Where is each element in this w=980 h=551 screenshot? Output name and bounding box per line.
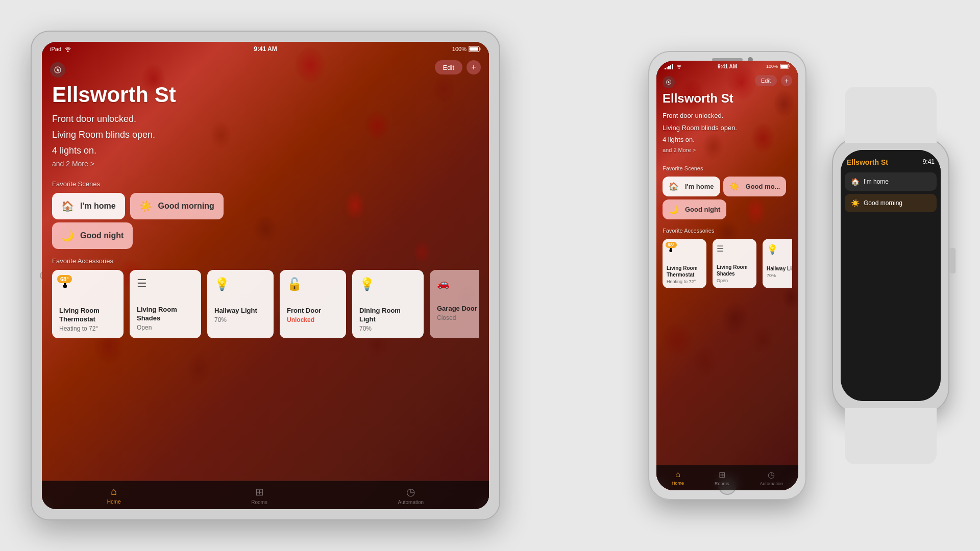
iphone-more-link[interactable]: and 2 More > bbox=[663, 147, 792, 153]
acc-front-door-icon: 🔓 bbox=[287, 277, 339, 291]
wifi-icon bbox=[64, 46, 71, 52]
acc-thermostat-badge: 68° bbox=[57, 275, 72, 283]
signal-bar-4 bbox=[670, 65, 672, 69]
acc-shades-icon: ☰ bbox=[137, 277, 194, 290]
svg-point-0 bbox=[67, 51, 69, 52]
iphone-tab-automation-label: Automation bbox=[760, 481, 783, 486]
iphone-acc-thermostat-subtitle: Heating to 72° bbox=[667, 279, 702, 284]
tab-automation[interactable]: ◷ Automation bbox=[388, 483, 434, 508]
signal-bar-3 bbox=[668, 66, 670, 69]
tab-rooms-label: Rooms bbox=[251, 499, 267, 505]
iphone-tab-rooms-icon: ⊞ bbox=[719, 470, 725, 480]
iphone-location-icon[interactable] bbox=[663, 76, 675, 88]
iphone-top-action-buttons: Edit + bbox=[755, 75, 792, 86]
ipad-status-bar: iPad 9:41 AM 100% bbox=[42, 42, 489, 56]
iphone-battery-icon bbox=[780, 64, 790, 69]
iphone-compass-icon bbox=[666, 79, 672, 85]
iphone-status-left bbox=[665, 64, 682, 69]
scene-im-home[interactable]: 🏠 I'm home bbox=[52, 193, 125, 219]
scene-good-night-icon: 🌙 bbox=[61, 230, 74, 242]
watch-scene-good-morning[interactable]: ☀️ Good morning bbox=[845, 194, 937, 212]
acc-hallway-light-icon: 💡 bbox=[214, 277, 266, 291]
iphone-tab-home[interactable]: ⌂ Home bbox=[662, 467, 694, 489]
scenes-row-1: 🏠 I'm home ☀️ Good morning bbox=[52, 193, 479, 219]
home-more-link[interactable]: and 2 More > bbox=[52, 160, 479, 168]
iphone-tab-home-icon: ⌂ bbox=[675, 470, 680, 479]
iphone-wifi-icon bbox=[676, 64, 682, 69]
main-container: iPad 9:41 AM 100% bbox=[0, 0, 980, 551]
tab-rooms-icon: ⊞ bbox=[255, 486, 264, 498]
iphone-acc-hallway-light[interactable]: 💡 Hallway Light 70% bbox=[763, 239, 792, 288]
accessories-grid: 68° 🌡 Living Room Thermostat Heating to … bbox=[52, 270, 479, 338]
acc-garage-door-subtitle: Closed bbox=[437, 314, 479, 321]
scene-good-morning[interactable]: ☀️ Good morning bbox=[130, 193, 224, 219]
scene-im-home-icon: 🏠 bbox=[61, 200, 74, 212]
add-button[interactable]: + bbox=[467, 60, 481, 74]
svg-rect-8 bbox=[780, 65, 788, 68]
iphone-scene-good-morning[interactable]: ☀️ Good mo... bbox=[723, 177, 787, 196]
signal-bar-2 bbox=[667, 67, 668, 69]
location-icon[interactable] bbox=[50, 62, 65, 78]
iphone-acc-hallway-light-icon: 💡 bbox=[767, 244, 792, 255]
iphone-screen: 9:41 AM 100% bbox=[656, 61, 798, 490]
iphone-accessories-grid: 68° 🌡 Living Room Thermostat Heating to … bbox=[663, 239, 792, 288]
acc-thermostat-title: Living Room Thermostat bbox=[59, 307, 116, 324]
iphone-scene-im-home-icon: 🏠 bbox=[669, 182, 679, 191]
iphone-scenes-row-2: 🌙 Good night bbox=[663, 199, 792, 219]
acc-dining-light-subtitle: 70% bbox=[359, 325, 416, 332]
tab-home-label: Home bbox=[107, 499, 121, 505]
watch-scene-good-morning-icon: ☀️ bbox=[851, 199, 860, 207]
edit-button[interactable]: Edit bbox=[435, 60, 462, 74]
iphone-tab-rooms[interactable]: ⊞ Rooms bbox=[704, 467, 740, 489]
acc-shades[interactable]: ☰ Living Room Shades Open bbox=[130, 270, 201, 338]
acc-garage-door-title: Garage Door bbox=[437, 305, 479, 313]
acc-garage-door-icon: 🚗 bbox=[437, 277, 479, 289]
tab-automation-icon: ◷ bbox=[406, 486, 415, 498]
signal-bars bbox=[665, 64, 673, 69]
ipad-screen: iPad 9:41 AM 100% bbox=[42, 42, 489, 509]
watch-screen: Ellsworth St 9:41 🏠 I'm home ☀️ Good mor… bbox=[841, 150, 941, 401]
iphone-edit-button[interactable]: Edit bbox=[755, 75, 777, 86]
iphone-scenes-row-1: 🏠 I'm home ☀️ Good mo... bbox=[663, 177, 792, 196]
scenes-row-2: 🌙 Good night bbox=[52, 222, 479, 249]
scene-good-morning-label: Good morning bbox=[158, 202, 214, 211]
battery-percent: 100% bbox=[452, 46, 467, 52]
watch-scene-im-home[interactable]: 🏠 I'm home bbox=[845, 172, 937, 191]
compass-icon bbox=[54, 66, 62, 74]
acc-front-door[interactable]: 🔓 Front Door Unlocked bbox=[280, 270, 346, 338]
iphone-subtitle-2: Living Room blinds open. bbox=[663, 123, 792, 133]
watch-device: Ellsworth St 9:41 🏠 I'm home ☀️ Good mor… bbox=[832, 138, 949, 413]
tab-rooms[interactable]: ⊞ Rooms bbox=[241, 483, 278, 508]
battery-icon bbox=[469, 46, 481, 52]
acc-hallway-light-title: Hallway Light bbox=[214, 307, 266, 315]
iphone-scene-im-home[interactable]: 🏠 I'm home bbox=[663, 177, 720, 196]
acc-thermostat[interactable]: 68° 🌡 Living Room Thermostat Heating to … bbox=[52, 270, 124, 338]
acc-garage-door[interactable]: 🚗 Garage Door Closed bbox=[430, 270, 479, 338]
acc-hallway-light[interactable]: 💡 Hallway Light 70% bbox=[207, 270, 274, 338]
iphone-status-right: 100% bbox=[766, 64, 790, 69]
scene-good-night[interactable]: 🌙 Good night bbox=[52, 222, 133, 249]
watch-home-title: Ellsworth St bbox=[847, 158, 888, 166]
svg-rect-3 bbox=[470, 47, 478, 51]
tab-home[interactable]: ⌂ Home bbox=[97, 483, 131, 508]
acc-shades-title: Living Room Shades bbox=[137, 306, 194, 323]
home-title: Ellsworth St bbox=[52, 83, 479, 107]
acc-dining-light[interactable]: 💡 Dining Room Light 70% bbox=[352, 270, 424, 338]
iphone-tab-home-label: Home bbox=[672, 481, 684, 486]
watch-scene-im-home-icon: 🏠 bbox=[851, 178, 860, 186]
iphone-home-title: Ellsworth St bbox=[663, 91, 792, 106]
iphone-scene-good-morning-label: Good mo... bbox=[746, 183, 780, 190]
iphone-scene-good-night-label: Good night bbox=[685, 206, 720, 213]
iphone-scene-good-night[interactable]: 🌙 Good night bbox=[663, 199, 726, 219]
iphone-add-button[interactable]: + bbox=[781, 75, 792, 86]
iphone-scene-im-home-label: I'm home bbox=[685, 183, 714, 190]
iphone-tab-automation[interactable]: ◷ Automation bbox=[749, 467, 793, 489]
iphone-acc-shades[interactable]: ☰ Living Room Shades Open bbox=[713, 239, 756, 288]
tab-home-icon: ⌂ bbox=[111, 486, 117, 497]
iphone-acc-shades-subtitle: Open bbox=[717, 278, 752, 283]
watch-crown[interactable] bbox=[949, 248, 955, 273]
status-left: iPad bbox=[50, 46, 71, 52]
iphone-acc-thermostat[interactable]: 68° 🌡 Living Room Thermostat Heating to … bbox=[663, 239, 706, 288]
ipad-home-content: Ellsworth St Front door unlocked. Living… bbox=[42, 42, 489, 481]
watch-scene-good-morning-label: Good morning bbox=[864, 199, 902, 207]
